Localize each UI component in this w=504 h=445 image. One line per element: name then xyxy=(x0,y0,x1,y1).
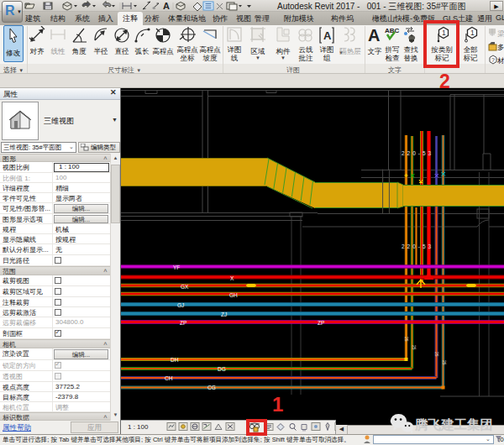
svg-text:GJ: GJ xyxy=(177,302,184,308)
svg-text:A: A xyxy=(368,26,380,44)
svg-text:CG: CG xyxy=(207,385,216,390)
svg-text:ZP: ZP xyxy=(180,320,186,326)
svg-text:CH: CH xyxy=(165,375,173,381)
svg-text:A: A xyxy=(163,1,170,11)
svg-text:25: 25 xyxy=(412,345,417,350)
svg-text:GH: GH xyxy=(229,292,238,298)
svg-text:25: 25 xyxy=(404,337,409,342)
svg-text:YF: YF xyxy=(173,264,180,270)
svg-text:25: 25 xyxy=(434,352,439,357)
svg-text:ZP: ZP xyxy=(318,320,324,326)
svg-text:A: A xyxy=(323,29,332,42)
svg-text:220-53: 220-53 xyxy=(402,243,433,249)
svg-text:25: 25 xyxy=(442,360,447,365)
svg-text:220-53: 220-53 xyxy=(402,150,433,156)
svg-text:DG: DG xyxy=(218,366,226,372)
svg-text:DH: DH xyxy=(171,357,179,363)
svg-text:?: ? xyxy=(491,57,495,63)
svg-text:ABC: ABC xyxy=(385,27,400,34)
svg-text:GX: GX xyxy=(181,284,189,290)
svg-text:X: X xyxy=(230,275,234,281)
svg-text:ZJ: ZJ xyxy=(221,312,227,317)
svg-text:1: 1 xyxy=(470,29,475,37)
